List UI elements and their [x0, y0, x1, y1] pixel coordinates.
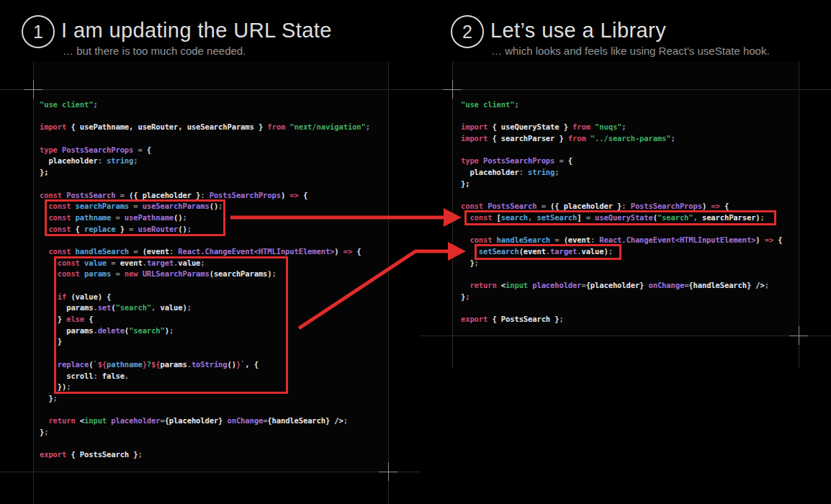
right-frame-bottom-line	[420, 336, 831, 336]
annotation-box-left-hooks	[45, 199, 225, 236]
step-1-subtitle: … but there is too much code needed.	[63, 45, 246, 57]
right-frame-left-line	[452, 61, 453, 368]
right-frame-right-line	[799, 61, 799, 368]
left-frame-left-line	[33, 61, 34, 504]
step-2-title: Let’s use a Library	[490, 19, 666, 42]
left-frame-bottom-line	[0, 472, 421, 472]
step-1-badge: 1	[22, 15, 55, 48]
frame-top-line	[0, 89, 831, 90]
step-2-number: 2	[462, 22, 472, 42]
left-frame-right-line	[388, 61, 389, 504]
step-2-badge: 2	[451, 15, 484, 48]
annotation-box-right-setsearch	[475, 244, 621, 260]
slide-canvas: 1 I am updating the URL State … but ther…	[0, 0, 831, 504]
step-1-number: 1	[33, 22, 43, 42]
annotation-box-right-usequerystate	[464, 210, 776, 225]
step-1-title: I am updating the URL State	[61, 19, 332, 42]
annotation-box-left-handler-body	[54, 256, 288, 394]
step-2-subtitle: … which looks and feels like using React…	[491, 45, 770, 57]
